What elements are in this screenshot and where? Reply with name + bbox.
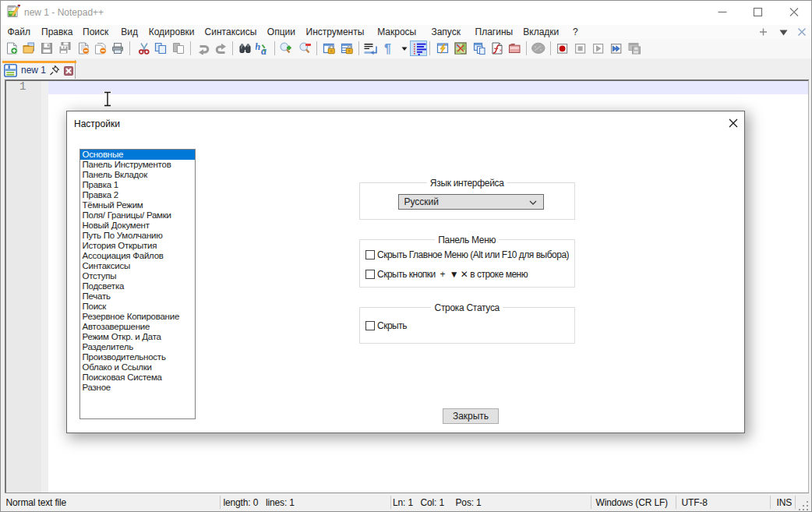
svg-text:¶: ¶ [384, 42, 391, 55]
svg-text:h: h [256, 42, 260, 52]
